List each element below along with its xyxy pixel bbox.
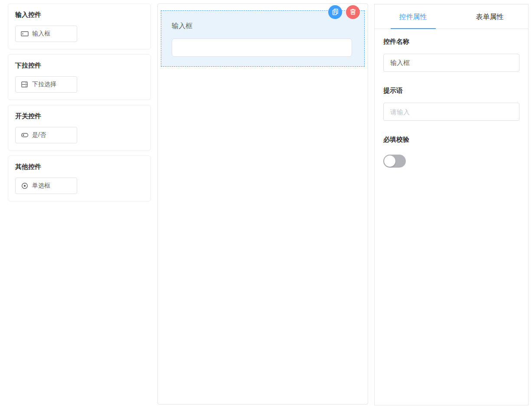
widget-group-input: 输入控件 输入框	[8, 3, 151, 49]
widget-item-yes-no[interactable]: 是/否	[15, 127, 77, 143]
widget-item-label: 下拉选择	[32, 81, 56, 88]
widget-group-title: 输入控件	[15, 11, 144, 19]
tab-form-properties[interactable]: 表单属性	[451, 4, 528, 29]
trash-icon	[349, 8, 357, 17]
form-canvas[interactable]: 输入框	[157, 3, 368, 405]
widget-group-title: 下拉控件	[15, 61, 144, 70]
control-name-label: 控件名称	[383, 38, 519, 45]
input-box-icon	[21, 30, 29, 37]
widget-item-label: 是/否	[32, 131, 46, 139]
switch-icon	[21, 132, 29, 139]
widget-group-other: 其他控件 单选框	[8, 155, 151, 201]
required-toggle[interactable]	[383, 155, 406, 168]
properties-tabbar: 控件属性 表单属性	[375, 4, 528, 29]
dropdown-icon	[21, 81, 29, 88]
widget-group-title: 开关控件	[15, 112, 144, 120]
widget-action-bar	[328, 5, 360, 19]
tab-widget-properties[interactable]: 控件属性	[375, 4, 451, 29]
tab-label: 控件属性	[399, 13, 427, 20]
widget-library: 输入控件 输入框 下拉控件	[8, 3, 151, 206]
widget-item-label: 输入框	[32, 30, 50, 38]
active-tab-underline	[391, 28, 436, 29]
widget-item-dropdown[interactable]: 下拉选择	[15, 76, 77, 93]
delete-widget-button[interactable]	[346, 5, 360, 19]
copy-icon	[331, 8, 339, 17]
widget-group-title: 其他控件	[15, 163, 144, 171]
required-validation-label: 必填校验	[383, 136, 519, 143]
widget-group-dropdown: 下拉控件 下拉选择	[8, 54, 151, 100]
copy-widget-button[interactable]	[328, 5, 342, 19]
placeholder-input[interactable]	[383, 103, 519, 121]
properties-panel: 控件属性 表单属性 控件名称 提示语 必填校验	[374, 4, 529, 405]
form-designer: 输入控件 输入框 下拉控件	[0, 0, 532, 411]
tab-label: 表单属性	[476, 13, 504, 20]
canvas-widget-input-box[interactable]: 输入框	[161, 10, 365, 67]
widget-label: 输入框	[172, 22, 352, 31]
widget-input-field[interactable]	[172, 39, 352, 57]
widget-item-radio[interactable]: 单选框	[15, 178, 77, 194]
radio-icon	[21, 182, 29, 189]
widget-group-switch: 开关控件 是/否	[8, 105, 151, 151]
toggle-knob	[384, 155, 395, 167]
control-name-input[interactable]	[383, 54, 519, 72]
properties-body: 控件名称 提示语 必填校验	[375, 29, 528, 176]
widget-item-input-box[interactable]: 输入框	[15, 26, 77, 42]
widget-item-label: 单选框	[32, 182, 50, 190]
placeholder-label: 提示语	[383, 87, 519, 94]
